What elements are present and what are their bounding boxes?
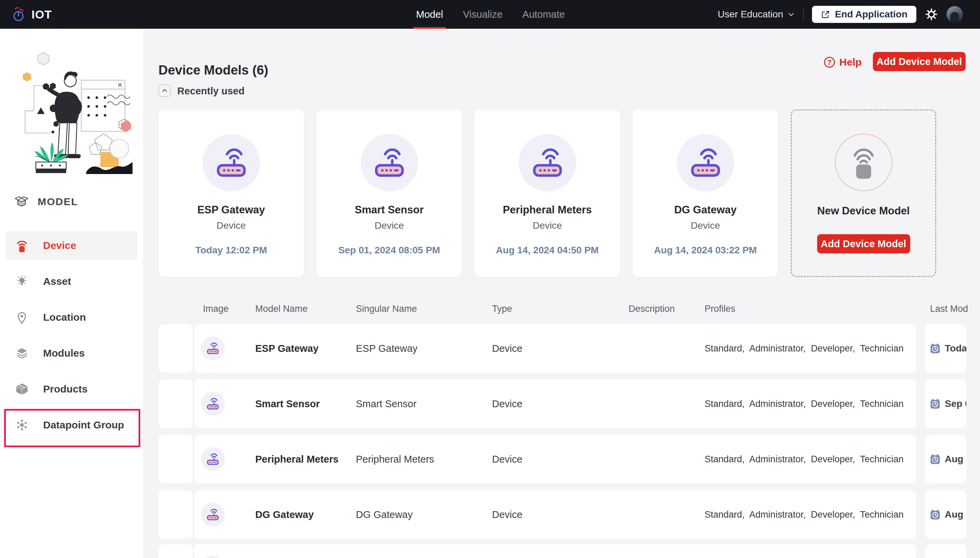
card-model-type: Device	[158, 220, 304, 231]
clock-icon	[929, 453, 941, 465]
topbar: IOT Model Visualize Automate User Educat…	[0, 0, 980, 29]
add-device-model-button[interactable]: Add Device Model	[873, 52, 966, 71]
column-header-singular-name: Singular Name	[356, 304, 417, 314]
cell-type: Device	[492, 324, 523, 373]
cell-last-modified: Aug 14, 2024 04:50 PM	[945, 454, 966, 464]
row-last-modified: Aug 14, 2024 04:50 PM	[925, 435, 966, 484]
device-model-image	[201, 556, 225, 558]
table-row[interactable]: DG Gateway DG Gateway Device Standard, A…	[158, 490, 980, 539]
settings-button[interactable]	[924, 8, 938, 21]
device-model-image	[201, 447, 225, 471]
help-button[interactable]: ? Help	[822, 56, 864, 68]
router-icon	[372, 145, 407, 181]
tab-visualize[interactable]: Visualize	[463, 0, 503, 29]
cell-singular-name: ESP Gateway	[356, 324, 418, 373]
cell-model-name: DG Gateway	[255, 490, 314, 539]
column-header-profiles: Profiles	[705, 304, 735, 314]
new-card-title: New Device Model	[792, 205, 935, 217]
device-model-card[interactable]: ESP Gateway Device Today 12:02 PM	[158, 109, 304, 277]
device-icon	[14, 238, 30, 253]
cell-profiles: Standard, Administrator, Developer, Tech…	[705, 379, 904, 428]
recently-used-cards: ESP Gateway Device Today 12:02 PM Smart …	[158, 109, 936, 277]
cell-profiles: Standard, Administrator, Developer, Tech…	[705, 324, 904, 373]
table-row[interactable]: Smart Sensor Smart Sensor Device Standar…	[158, 379, 980, 428]
device-model-card[interactable]: Peripheral Meters Device Aug 14, 2024 04…	[475, 109, 620, 277]
card-model-name: Peripheral Meters	[475, 204, 620, 216]
cell-model-name: Peripheral Meters	[255, 435, 339, 484]
device-model-card[interactable]: Smart Sensor Device Sep 01, 2024 08:05 P…	[317, 109, 462, 277]
iot-logo-icon	[11, 6, 27, 23]
device-model-image	[677, 134, 734, 192]
new-device-model-card[interactable]: New Device Model Add Device Model	[791, 109, 936, 277]
row-body	[194, 544, 916, 558]
sidebar-item-label: Asset	[43, 276, 71, 287]
add-device-model-card-button[interactable]: Add Device Model	[817, 234, 910, 253]
column-header-model-name: Model Name	[255, 304, 307, 314]
card-model-name: Smart Sensor	[317, 204, 462, 216]
tab-automate[interactable]: Automate	[523, 0, 565, 29]
page-title: Device Models (6)	[158, 63, 268, 78]
app-logo[interactable]: IOT	[11, 0, 52, 29]
user-avatar[interactable]	[947, 6, 963, 23]
sidebar-item-label: Datapoint Group	[43, 419, 124, 431]
tab-model[interactable]: Model	[416, 0, 443, 29]
row-body: ESP Gateway ESP Gateway Device Standard,…	[194, 324, 916, 373]
card-model-type: Device	[633, 220, 778, 231]
hub-icon	[14, 417, 30, 433]
wifi-device-icon	[846, 144, 881, 180]
sidebar-item-datapoint-group[interactable]: Datapoint Group	[5, 410, 138, 439]
card-last-used: Aug 14, 2024 04:50 PM	[475, 245, 620, 256]
primary-nav: Model Visualize Automate	[416, 0, 565, 29]
portal-dropdown[interactable]: User Education	[717, 9, 794, 20]
sidebar-item-device[interactable]: Device	[5, 231, 138, 260]
card-last-used: Today 12:02 PM	[158, 245, 304, 256]
sidebar-nav: Device Asset Location Modules Products D…	[0, 231, 143, 446]
sidebar-item-label: Products	[43, 383, 87, 395]
gear-icon	[924, 8, 938, 21]
app-title: IOT	[31, 8, 52, 21]
bulb-icon	[14, 274, 30, 289]
router-icon	[206, 507, 220, 522]
sidebar-section-model: MODEL	[13, 194, 78, 209]
router-icon	[688, 145, 723, 181]
row-left-cap	[158, 544, 192, 558]
cell-profiles: Standard, Administrator, Developer, Tech…	[705, 435, 904, 484]
topbar-right: User Education End Application	[717, 0, 963, 29]
sidebar-item-modules[interactable]: Modules	[5, 339, 138, 368]
device-model-image	[201, 392, 225, 416]
cell-last-modified: Aug 14, 2024 03:22 PM	[945, 509, 966, 520]
clock-icon	[929, 509, 941, 520]
table-row-partial[interactable]	[158, 544, 980, 558]
cell-singular-name: Smart Sensor	[356, 379, 416, 428]
column-header-image: Image	[203, 304, 229, 314]
device-model-image	[201, 336, 225, 360]
router-icon	[214, 145, 249, 181]
cell-model-name: Smart Sensor	[255, 379, 320, 428]
sidebar-item-label: Modules	[43, 347, 85, 359]
clock-icon	[929, 343, 941, 354]
card-last-used: Aug 14, 2024 03:22 PM	[633, 245, 778, 256]
table-row[interactable]: ESP Gateway ESP Gateway Device Standard,…	[158, 324, 980, 373]
end-application-button[interactable]: End Application	[812, 6, 916, 23]
device-model-image	[361, 134, 418, 192]
recently-used-label: Recently used	[177, 85, 245, 97]
card-model-name: ESP Gateway	[158, 204, 304, 216]
sidebar-item-products[interactable]: Products	[5, 375, 138, 404]
device-model-card[interactable]: DG Gateway Device Aug 14, 2024 03:22 PM	[633, 109, 778, 277]
recently-used-collapse-button[interactable]	[158, 84, 171, 97]
sidebar-item-location[interactable]: Location	[5, 303, 138, 332]
router-icon	[206, 452, 220, 466]
row-body: Peripheral Meters Peripheral Meters Devi…	[194, 435, 916, 484]
chevron-down-icon	[788, 11, 795, 18]
sidebar-item-label: Location	[43, 312, 86, 323]
chevron-up-icon	[161, 87, 168, 94]
card-model-type: Device	[317, 220, 462, 231]
question-icon: ?	[824, 57, 835, 68]
sidebar-item-asset[interactable]: Asset	[5, 267, 138, 296]
cell-singular-name: DG Gateway	[356, 490, 413, 539]
card-model-type: Device	[475, 220, 620, 231]
table-row[interactable]: Peripheral Meters Peripheral Meters Devi…	[158, 435, 980, 484]
portal-label: User Education	[717, 9, 783, 20]
new-device-model-image	[835, 134, 893, 191]
row-left-cap	[158, 490, 192, 539]
